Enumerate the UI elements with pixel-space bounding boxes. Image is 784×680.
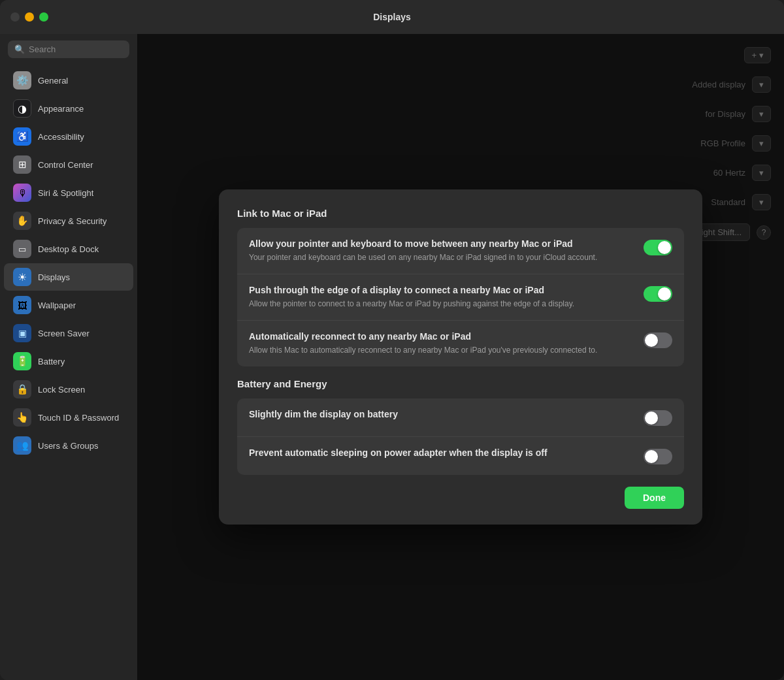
system-preferences-window: Displays 🔍 Search ⚙️ General ◑ Appearanc…: [0, 0, 784, 680]
modal-footer: Done: [237, 487, 684, 509]
privacy-icon: ✋: [13, 212, 31, 230]
title-bar: Displays: [0, 0, 784, 34]
pointer-keyboard-text: Allow your pointer and keyboard to move …: [249, 238, 633, 263]
sidebar-item-label-desktop: Desktop & Dock: [38, 244, 99, 254]
push-through-desc: Allow the pointer to connect to a nearby…: [249, 298, 633, 310]
sidebar-item-lock-screen[interactable]: 🔒 Lock Screen: [4, 376, 133, 403]
sidebar-item-screensaver[interactable]: ▣ Screen Saver: [4, 319, 133, 347]
prevent-sleep-toggle[interactable]: [644, 449, 672, 464]
prevent-sleep-row: Prevent automatic sleeping on power adap…: [237, 437, 684, 475]
users-groups-icon: 👥: [13, 436, 31, 455]
sidebar-item-touchid[interactable]: 👆 Touch ID & Password: [4, 404, 133, 431]
traffic-lights: [10, 12, 48, 22]
dim-battery-text: Slightly dim the display on battery: [249, 409, 633, 422]
dim-battery-title: Slightly dim the display on battery: [249, 409, 633, 419]
link-section-card: Allow your pointer and keyboard to move …: [237, 228, 684, 366]
auto-reconnect-text: Automatically reconnect to any nearby Ma…: [249, 331, 633, 356]
window-title: Displays: [373, 12, 411, 22]
lock-screen-icon: 🔒: [13, 380, 31, 398]
pointer-keyboard-title: Allow your pointer and keyboard to move …: [249, 238, 633, 249]
accessibility-icon: ♿: [13, 127, 31, 146]
sidebar-item-privacy[interactable]: ✋ Privacy & Security: [4, 207, 133, 235]
general-icon: ⚙️: [13, 71, 31, 89]
sidebar-item-accessibility[interactable]: ♿ Accessibility: [4, 123, 133, 150]
modal-overlay: Link to Mac or iPad Allow your pointer a…: [137, 34, 784, 680]
battery-section-title: Battery and Energy: [237, 378, 684, 389]
sidebar-item-label-displays: Displays: [38, 272, 70, 282]
sidebar-item-label-lockscreen: Lock Screen: [38, 385, 85, 395]
push-through-toggle[interactable]: [644, 286, 672, 302]
sidebar-item-label-wallpaper: Wallpaper: [38, 300, 76, 310]
sidebar-item-label-appearance: Appearance: [38, 104, 84, 114]
sidebar-item-wallpaper[interactable]: 🖼 Wallpaper: [4, 291, 133, 319]
dim-battery-toggle-control[interactable]: [644, 410, 672, 426]
push-through-row: Push through the edge of a display to co…: [237, 274, 684, 321]
sidebar-item-label-battery: Battery: [38, 357, 65, 366]
auto-reconnect-title: Automatically reconnect to any nearby Ma…: [249, 331, 633, 342]
search-icon: 🔍: [14, 44, 25, 54]
pointer-keyboard-toggle-control[interactable]: [644, 240, 672, 255]
sidebar-item-label-accessibility: Accessibility: [38, 132, 84, 142]
search-placeholder: Search: [29, 44, 56, 54]
sidebar-item-label-siri: Siri & Spotlight: [38, 188, 93, 198]
dim-battery-toggle[interactable]: [644, 410, 672, 426]
close-button[interactable]: [10, 12, 20, 22]
search-bar[interactable]: 🔍 Search: [8, 40, 129, 58]
push-through-toggle-control[interactable]: [644, 286, 672, 302]
sidebar-item-displays[interactable]: ☀ Displays: [4, 263, 133, 291]
prevent-sleep-toggle-control[interactable]: [644, 449, 672, 464]
link-section-title: Link to Mac or iPad: [237, 208, 684, 219]
sidebar-item-general[interactable]: ⚙️ General: [4, 67, 133, 94]
sidebar-item-appearance[interactable]: ◑ Appearance: [4, 95, 133, 122]
main-content: 🔍 Search ⚙️ General ◑ Appearance ♿ Acces…: [0, 34, 784, 680]
auto-reconnect-row: Automatically reconnect to any nearby Ma…: [237, 321, 684, 366]
sidebar-item-desktop[interactable]: ▭ Desktop & Dock: [4, 235, 133, 263]
siri-icon: 🎙: [13, 184, 31, 202]
maximize-button[interactable]: [39, 12, 48, 22]
battery-icon: 🔋: [13, 352, 31, 370]
sidebar-item-label-general: General: [38, 76, 68, 86]
wallpaper-icon: 🖼: [13, 296, 31, 314]
sidebar-item-label-screensaver: Screen Saver: [38, 329, 90, 338]
pointer-keyboard-toggle[interactable]: [644, 240, 672, 255]
auto-reconnect-toggle[interactable]: [644, 332, 672, 348]
sidebar-item-users-groups[interactable]: 👥 Users & Groups: [4, 432, 133, 459]
minimize-button[interactable]: [25, 12, 34, 22]
sidebar-item-label-privacy: Privacy & Security: [38, 216, 106, 226]
done-button[interactable]: Done: [625, 487, 684, 509]
push-through-title: Push through the edge of a display to co…: [249, 285, 633, 295]
desktop-icon: ▭: [13, 240, 31, 258]
dim-battery-row: Slightly dim the display on battery: [237, 398, 684, 437]
prevent-sleep-text: Prevent automatic sleeping on power adap…: [249, 447, 633, 461]
sidebar-item-label-users: Users & Groups: [38, 441, 98, 451]
link-modal: Link to Mac or iPad Allow your pointer a…: [219, 189, 702, 525]
sidebar: 🔍 Search ⚙️ General ◑ Appearance ♿ Acces…: [0, 34, 137, 680]
pointer-keyboard-desc: Your pointer and keyboard can be used on…: [249, 251, 633, 263]
sidebar-item-control-center[interactable]: ⊞ Control Center: [4, 151, 133, 178]
sidebar-item-label-control: Control Center: [38, 160, 93, 170]
sidebar-item-siri[interactable]: 🎙 Siri & Spotlight: [4, 179, 133, 206]
sidebar-item-label-touchid: Touch ID & Password: [38, 413, 119, 423]
sidebar-items-list: ⚙️ General ◑ Appearance ♿ Accessibility …: [0, 63, 137, 680]
screensaver-icon: ▣: [13, 324, 31, 342]
pointer-keyboard-row: Allow your pointer and keyboard to move …: [237, 228, 684, 274]
prevent-sleep-title: Prevent automatic sleeping on power adap…: [249, 447, 633, 458]
appearance-icon: ◑: [13, 99, 31, 118]
sidebar-item-battery[interactable]: 🔋 Battery: [4, 348, 133, 375]
touchid-icon: 👆: [13, 408, 31, 427]
right-panel: + ▾ Added display ▾ for Display ▾: [137, 34, 784, 680]
push-through-text: Push through the edge of a display to co…: [249, 285, 633, 310]
auto-reconnect-toggle-control[interactable]: [644, 332, 672, 348]
auto-reconnect-desc: Allow this Mac to automatically reconnec…: [249, 344, 633, 356]
battery-section-card: Slightly dim the display on battery: [237, 398, 684, 475]
control-center-icon: ⊞: [13, 155, 31, 174]
displays-icon: ☀: [13, 268, 31, 286]
